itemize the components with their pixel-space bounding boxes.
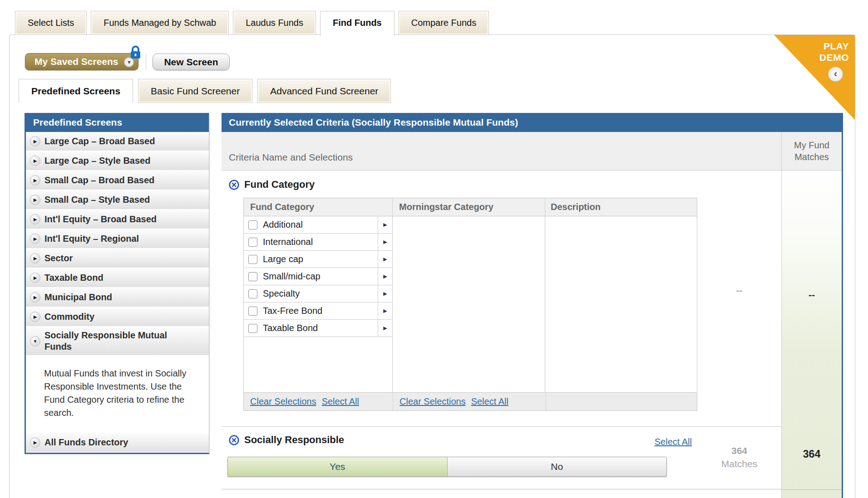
expand-arrow-icon[interactable]: ▶ (30, 234, 40, 244)
screener-tab-bar: Predefined Screens Basic Fund Screener A… (19, 79, 391, 103)
remove-criteria-icon[interactable] (228, 435, 240, 446)
sidebar-item-intl-equity-broad[interactable]: ▶ Int'l Equity – Broad Based (26, 210, 209, 229)
expand-row-arrow-icon[interactable]: ▶ (378, 251, 392, 268)
sidebar-item-intl-equity-regional[interactable]: ▶ Int'l Equity – Regional (26, 229, 209, 249)
option-row-tax-free-bond: Tax-Free Bond ▶ (244, 303, 392, 320)
my-fund-matches-column: My Fund Matches -- 364 (781, 132, 842, 498)
option-row-taxable-bond: Taxable Bond ▶ (244, 320, 392, 337)
primary-tab-bar: Select Lists Funds Managed by Schwab Lau… (15, 11, 489, 36)
tab-compare-funds[interactable]: Compare Funds (399, 11, 489, 35)
predefined-screens-sidebar: Predefined Screens ▶ Large Cap – Broad B… (25, 113, 209, 454)
option-label: Large cap (263, 254, 303, 264)
expand-arrow-icon[interactable]: ▶ (30, 156, 40, 166)
expand-row-arrow-icon[interactable]: ▶ (378, 320, 392, 337)
expand-arrow-icon[interactable]: ▶ (30, 273, 40, 283)
my-saved-screens-button[interactable]: My Saved Screens ▼ (25, 53, 138, 70)
sidebar-item-label: Commodity (44, 311, 94, 322)
expand-arrow-icon[interactable]: ▶ (30, 292, 40, 303)
fund-category-matches-preview: -- (697, 285, 781, 296)
fund-category-section: Fund Category Fund Category Morningstar … (222, 171, 781, 427)
sidebar-item-label: Small Cap – Broad Based (44, 175, 154, 186)
fund-category-title: Fund Category (244, 179, 315, 190)
expand-row-arrow-icon[interactable]: ▶ (378, 234, 392, 250)
sidebar-item-label: Taxable Bond (44, 272, 104, 283)
expand-row-arrow-icon[interactable]: ▶ (378, 303, 392, 319)
expand-arrow-icon[interactable]: ▶ (30, 214, 40, 225)
tab-select-lists[interactable]: Select Lists (15, 11, 87, 35)
checkbox-tax-free-bond[interactable] (248, 307, 257, 316)
col-header-description: Description (545, 198, 697, 216)
section-divider (782, 489, 842, 490)
fund-category-heading: Fund Category (228, 179, 315, 190)
sidebar-item-commodity[interactable]: ▶ Commodity (26, 308, 209, 327)
remove-criteria-icon[interactable] (228, 179, 240, 190)
criteria-panel-title: Currently Selected Criteria (Socially Re… (222, 113, 842, 132)
select-all-link[interactable]: Select All (655, 437, 692, 447)
sidebar-item-large-cap-broad[interactable]: ▶ Large Cap – Broad Based (26, 132, 209, 151)
option-label: Tax-Free Bond (263, 306, 322, 316)
socially-responsible-match-total: 364 (782, 448, 842, 460)
matches-word: Matches (721, 459, 757, 469)
option-label: Specialty (263, 288, 300, 299)
morningstar-category-column (392, 216, 545, 392)
tab-laudus-funds[interactable]: Laudus Funds (233, 11, 316, 35)
option-row-specialty: Specialty ▶ (244, 285, 392, 303)
saved-screens-toolbar: My Saved Screens ▼ New Screen (25, 52, 230, 72)
fund-category-match-total: -- (782, 289, 842, 300)
option-label: Taxable Bond (263, 323, 318, 333)
play-demo-banner: PLAY DEMO ‹ (774, 35, 855, 120)
sidebar-item-all-funds-directory[interactable]: ▶ All Funds Directory (26, 433, 209, 453)
tab-find-funds[interactable]: Find Funds (320, 11, 395, 36)
sidebar-item-sector[interactable]: ▶ Sector (26, 249, 209, 269)
clear-selections-link[interactable]: Clear Selections (399, 396, 466, 407)
tab-advanced-fund-screener[interactable]: Advanced Fund Screener (257, 79, 391, 103)
option-row-large-cap: Large cap ▶ (244, 251, 392, 268)
checkbox-taxable-bond[interactable] (248, 324, 257, 333)
checkbox-specialty[interactable] (248, 289, 257, 298)
matches-count: 364 (731, 445, 747, 456)
checkbox-international[interactable] (248, 238, 257, 247)
clear-selections-link[interactable]: Clear Selections (250, 396, 316, 406)
select-all-link[interactable]: Select All (471, 396, 508, 407)
expand-arrow-icon[interactable]: ▶ (30, 175, 40, 186)
sidebar-item-label: Sector (44, 253, 73, 264)
sidebar-item-municipal-bond[interactable]: ▶ Municipal Bond (26, 288, 209, 308)
checkbox-small-mid-cap[interactable] (248, 272, 257, 281)
collapse-arrow-icon[interactable]: ▼ (30, 336, 40, 347)
expand-row-arrow-icon[interactable]: ▶ (378, 216, 392, 233)
expand-row-arrow-icon[interactable]: ▶ (378, 268, 392, 285)
col-header-fund-category: Fund Category (244, 198, 392, 216)
checkbox-large-cap[interactable] (248, 255, 257, 264)
sidebar-item-taxable-bond[interactable]: ▶ Taxable Bond (26, 269, 209, 288)
checkbox-additional[interactable] (248, 220, 257, 229)
play-demo-button[interactable]: ‹ (828, 67, 843, 82)
socially-responsible-section: Socially Responsible Select All Yes No 3… (222, 427, 781, 489)
tab-predefined-screens[interactable]: Predefined Screens (19, 79, 133, 103)
option-label: International (263, 237, 313, 247)
criteria-column-header: Criteria Name and Selections (222, 132, 781, 171)
yes-option[interactable]: Yes (228, 457, 447, 476)
sidebar-item-label: All Funds Directory (44, 437, 128, 448)
expand-arrow-icon[interactable]: ▶ (30, 195, 40, 205)
tab-basic-fund-screener[interactable]: Basic Fund Screener (138, 79, 252, 103)
expand-arrow-icon[interactable]: ▶ (30, 253, 40, 264)
sidebar-item-socially-responsible[interactable]: ▼ Socially Responsible Mutual Funds (26, 327, 209, 356)
select-all-link[interactable]: Select All (322, 396, 359, 406)
sidebar-item-label: Municipal Bond (44, 292, 112, 303)
expand-arrow-icon[interactable]: ▶ (30, 136, 40, 146)
fund-category-table-footer: Clear SelectionsSelect All Clear Selecti… (244, 392, 697, 410)
sidebar-item-label: Large Cap – Broad Based (44, 136, 155, 147)
expand-row-arrow-icon[interactable]: ▶ (378, 285, 392, 302)
new-screen-button[interactable]: New Screen (153, 54, 229, 70)
selected-criteria-panel: Currently Selected Criteria (Socially Re… (222, 113, 843, 498)
socially-responsible-toggle: Yes No (227, 457, 667, 477)
sidebar-item-large-cap-style[interactable]: ▶ Large Cap – Style Based (26, 151, 209, 171)
tab-funds-managed-by-schwab[interactable]: Funds Managed by Schwab (91, 11, 229, 35)
sidebar-item-small-cap-broad[interactable]: ▶ Small Cap – Broad Based (26, 171, 209, 190)
expand-arrow-icon[interactable]: ▶ (30, 437, 40, 448)
no-option[interactable]: No (447, 457, 667, 476)
expand-arrow-icon[interactable]: ▶ (30, 312, 40, 322)
description-column (545, 216, 697, 392)
sidebar-item-small-cap-style[interactable]: ▶ Small Cap – Style Based (26, 190, 209, 210)
criteria-body: Fund Category Fund Category Morningstar … (222, 171, 781, 498)
